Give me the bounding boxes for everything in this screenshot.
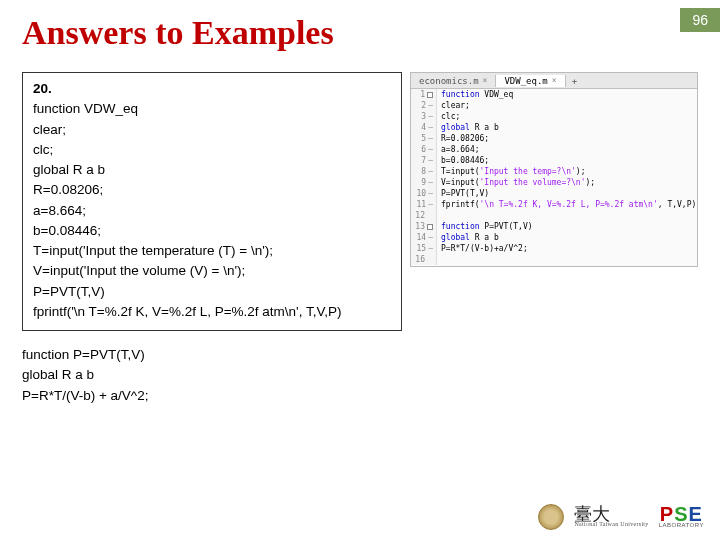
page-number-badge: 96 [680,8,720,32]
editor-line: P=PVT(T,V) [441,188,697,199]
code-line: b=0.08446; [33,221,391,241]
gutter-row: 8– [411,166,433,177]
ntu-logo-icon [538,504,564,530]
editor-line: V=input('Input the volume=?\n'); [441,177,697,188]
fold-icon[interactable] [427,224,433,230]
editor-line: clear; [441,100,697,111]
gutter-row: 11– [411,199,433,210]
fold-line-icon: – [428,144,433,155]
gutter-row: 5– [411,133,433,144]
editor-body: 12–3–4–5–6–7–8–9–10–11–121314–15–16 func… [411,89,697,265]
close-icon[interactable]: × [483,76,488,85]
fold-line-icon: – [428,232,433,243]
code-line: V=input('Input the volume (V) = \n'); [33,261,391,281]
editor-line: function VDW_eq [441,89,697,100]
gutter-row: 6– [411,144,433,155]
gutter-row: 7– [411,155,433,166]
code-line: P=PVT(T,V) [33,282,391,302]
editor-line: R=0.08206; [441,133,697,144]
tab-label: VDW_eq.m [504,76,547,86]
matlab-editor: economics.m×VDW_eq.m×+ 12–3–4–5–6–7–8–9–… [410,72,698,267]
editor-tabs: economics.m×VDW_eq.m×+ [411,73,697,89]
editor-line: global R a b [441,232,697,243]
gutter-row: 2– [411,100,433,111]
fold-line-icon: – [428,199,433,210]
function-code-block: function P=PVT(T,V)global R a bP=R*T/(V-… [0,331,720,406]
slide-title: Answers to Examples [0,0,720,62]
fold-line-icon: – [428,155,433,166]
code-line: function VDW_eq [33,99,391,119]
fold-line-icon: – [428,243,433,254]
code-line: P=R*T/(V-b) + a/V^2; [22,386,698,406]
tab-label: economics.m [419,76,479,86]
fold-icon[interactable] [427,92,433,98]
editor-line [441,254,697,265]
editor-line: fprintf('\n T=%.2f K, V=%.2f L, P=%.2f a… [441,199,697,210]
gutter-row: 12 [411,210,433,221]
example-code-box: 20. function VDW_eqclear;clc;global R a … [22,72,402,331]
gutter-row: 16 [411,254,433,265]
code-line: fprintf('\n T=%.2f K, V=%.2f L, P=%.2f a… [33,302,391,322]
editor-line: a=8.664; [441,144,697,155]
pse-logo: PSE LABORATORY [659,505,704,528]
editor-line: b=0.08446; [441,155,697,166]
editor-tab[interactable]: economics.m× [411,75,496,87]
editor-line: global R a b [441,122,697,133]
ntu-name: 臺大 National Taiwan University [574,506,648,528]
fold-line-icon: – [428,100,433,111]
code-line: global R a b [33,160,391,180]
code-line: clear; [33,120,391,140]
code-line: function P=PVT(T,V) [22,345,698,365]
editor-line: T=input('Input the temp=?\n'); [441,166,697,177]
example-number: 20. [33,79,391,99]
gutter-row: 13 [411,221,433,232]
gutter-row: 1 [411,89,433,100]
gutter-row: 15– [411,243,433,254]
new-tab-button[interactable]: + [566,76,583,86]
editor-lines: function VDW_eqclear;clc;global R a bR=0… [437,89,697,265]
close-icon[interactable]: × [552,76,557,85]
code-line: a=8.664; [33,201,391,221]
slide-footer: 臺大 National Taiwan University PSE LABORA… [538,504,704,530]
code-line: R=0.08206; [33,180,391,200]
gutter-row: 3– [411,111,433,122]
fold-line-icon: – [428,188,433,199]
code-line: global R a b [22,365,698,385]
content-row: 20. function VDW_eqclear;clc;global R a … [0,62,720,331]
fold-line-icon: – [428,122,433,133]
editor-gutter: 12–3–4–5–6–7–8–9–10–11–121314–15–16 [411,89,437,265]
editor-line: clc; [441,111,697,122]
fold-line-icon: – [428,177,433,188]
code-line: clc; [33,140,391,160]
gutter-row: 9– [411,177,433,188]
editor-line: function P=PVT(T,V) [441,221,697,232]
fold-line-icon: – [428,111,433,122]
gutter-row: 14– [411,232,433,243]
editor-tab[interactable]: VDW_eq.m× [496,75,565,87]
editor-line: P=R*T/(V-b)+a/V^2; [441,243,697,254]
code-line: T=input('Input the temperature (T) = \n'… [33,241,391,261]
editor-line [441,210,697,221]
fold-line-icon: – [428,133,433,144]
gutter-row: 4– [411,122,433,133]
gutter-row: 10– [411,188,433,199]
fold-line-icon: – [428,166,433,177]
